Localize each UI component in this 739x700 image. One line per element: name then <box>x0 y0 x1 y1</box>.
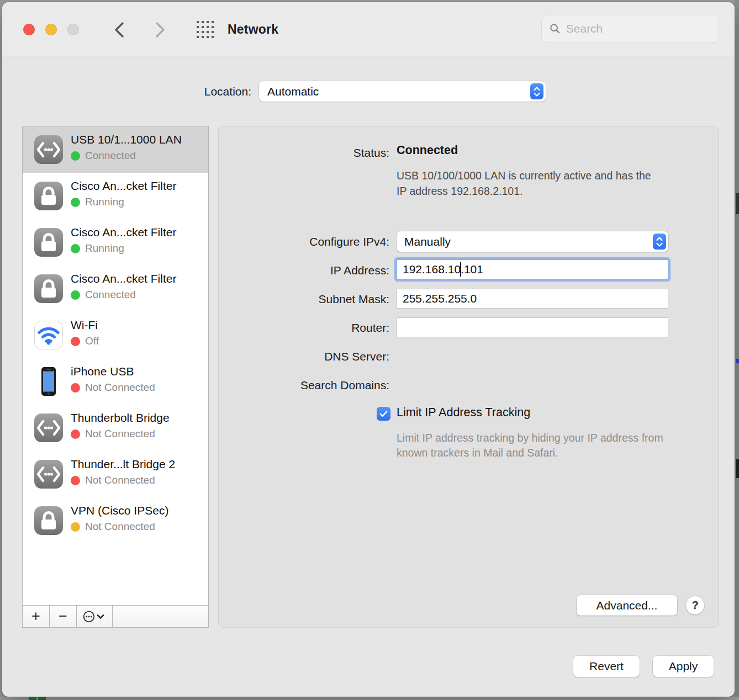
limit-ip-tracking-description: Limit IP address tracking by hiding your… <box>397 431 675 460</box>
more-actions-button[interactable] <box>77 606 113 627</box>
search-input[interactable] <box>566 22 711 35</box>
status-dot <box>71 198 80 207</box>
help-button[interactable]: ? <box>686 596 704 614</box>
service-name: Cisco An...cket Filter <box>71 271 176 287</box>
router-field[interactable] <box>397 317 668 337</box>
status-description: USB 10/100/1000 LAN is currently active … <box>397 168 663 199</box>
ip-address-field[interactable]: 192.168.10.101 <box>397 259 668 279</box>
close-button[interactable] <box>23 24 35 35</box>
sidebar-service-item[interactable]: iPhone USB Not Connected <box>23 358 208 405</box>
service-name: Wi-Fi <box>71 317 99 333</box>
status-dot <box>71 522 80 532</box>
network-preferences-window: Network Location: Automatic USB 10/1...1… <box>2 2 735 697</box>
ethernet-icon <box>34 135 63 164</box>
sidebar-service-item[interactable]: Cisco An...cket Filter Running <box>23 219 208 266</box>
service-name: Cisco An...cket Filter <box>71 178 176 194</box>
desktop-background-bottom <box>0 697 739 700</box>
iphone-icon <box>34 367 63 396</box>
titlebar: Network <box>2 2 735 56</box>
sidebar-toolbar: + − <box>23 605 208 627</box>
status-value: Connected <box>397 144 458 157</box>
network-services-sidebar: USB 10/1...1000 LAN Connected Cisco An..… <box>22 126 209 628</box>
service-status: Off <box>85 335 99 347</box>
back-button[interactable] <box>111 20 128 39</box>
sidebar-service-item[interactable]: VPN (Cisco IPSec) Not Connected <box>23 497 208 544</box>
service-name: iPhone USB <box>71 363 155 380</box>
sidebar-service-item[interactable]: USB 10/1...1000 LAN Connected <box>23 126 208 173</box>
revert-button[interactable]: Revert <box>573 656 640 677</box>
service-name: Thunderbolt Bridge <box>71 410 170 426</box>
location-dropdown[interactable]: Automatic <box>259 81 546 102</box>
chevron-left-icon <box>113 21 125 39</box>
sidebar-service-item[interactable]: Cisco An...cket Filter Running <box>23 173 208 219</box>
status-dot <box>71 337 80 346</box>
chevron-right-icon <box>154 21 166 39</box>
ip-address-label: IP Address: <box>218 262 389 279</box>
service-status: Running <box>85 196 124 208</box>
location-value: Automatic <box>267 85 319 98</box>
advanced-button[interactable]: Advanced... <box>577 595 677 616</box>
sidebar-service-item[interactable]: Thunder...lt Bridge 2 Not Connected <box>23 451 208 497</box>
service-status: Connected <box>85 150 136 162</box>
status-dot <box>71 429 80 439</box>
sidebar-service-item[interactable]: Cisco An...cket Filter Connected <box>23 266 208 312</box>
service-status: Running <box>85 242 124 254</box>
limit-ip-tracking-checkbox[interactable] <box>377 407 390 421</box>
ip-address-value: 192.168.10 <box>403 263 461 276</box>
lock-icon <box>34 182 63 210</box>
checkmark-icon <box>379 409 388 418</box>
lock-icon <box>34 506 63 535</box>
lock-icon <box>34 228 63 257</box>
search-icon <box>550 23 561 35</box>
service-name: Thunder...lt Bridge 2 <box>71 456 175 473</box>
status-dot <box>71 151 80 161</box>
status-label: Status: <box>218 145 389 161</box>
service-name: VPN (Cisco IPSec) <box>71 502 168 519</box>
configure-ipv4-dropdown[interactable]: Manually <box>397 231 668 252</box>
lock-icon <box>34 274 63 303</box>
service-status: Not Connected <box>85 381 155 394</box>
wifi-icon <box>34 321 63 349</box>
subnet-mask-label: Subnet Mask: <box>218 291 389 307</box>
service-list: USB 10/1...1000 LAN Connected Cisco An..… <box>23 126 208 606</box>
remove-service-button[interactable]: − <box>50 606 77 627</box>
service-status: Not Connected <box>85 521 155 533</box>
show-all-grid-icon[interactable] <box>196 20 215 39</box>
add-service-button[interactable]: + <box>23 606 50 627</box>
ellipsis-menu-icon <box>83 610 106 623</box>
router-label: Router: <box>218 320 389 336</box>
sidebar-service-item[interactable]: Wi-Fi Off <box>23 312 208 358</box>
ethernet-icon <box>34 413 63 442</box>
connection-detail-panel: Status: Connected USB 10/100/1000 LAN is… <box>218 126 719 628</box>
desktop-background-right <box>735 0 739 700</box>
location-label: Location: <box>2 85 251 98</box>
configure-ipv4-value: Manually <box>404 235 451 248</box>
service-status: Not Connected <box>85 428 155 440</box>
status-dot <box>71 476 80 485</box>
sidebar-service-item[interactable]: Thunderbolt Bridge Not Connected <box>23 405 208 451</box>
zoom-button <box>67 24 79 35</box>
status-dot <box>71 383 80 393</box>
search-domains-label: Search Domains: <box>218 377 389 394</box>
ethernet-icon <box>34 460 63 489</box>
dns-server-label: DNS Server: <box>218 348 389 365</box>
service-name: USB 10/1...1000 LAN <box>71 131 182 148</box>
search-field[interactable] <box>541 15 719 43</box>
configure-ipv4-label: Configure IPv4: <box>218 234 389 250</box>
minimize-button[interactable] <box>45 24 57 35</box>
stepper-icon <box>530 83 543 99</box>
service-status: Connected <box>85 289 136 301</box>
service-status: Not Connected <box>85 474 155 486</box>
service-name: Cisco An...cket Filter <box>71 224 176 241</box>
subnet-mask-field[interactable] <box>397 289 668 309</box>
apply-button[interactable]: Apply <box>653 656 714 677</box>
status-dot <box>71 290 80 300</box>
status-dot <box>71 244 80 253</box>
limit-ip-tracking-label: Limit IP Address Tracking <box>397 406 530 420</box>
forward-button[interactable] <box>152 20 168 39</box>
window-title: Network <box>228 22 278 37</box>
stepper-icon <box>653 234 666 250</box>
